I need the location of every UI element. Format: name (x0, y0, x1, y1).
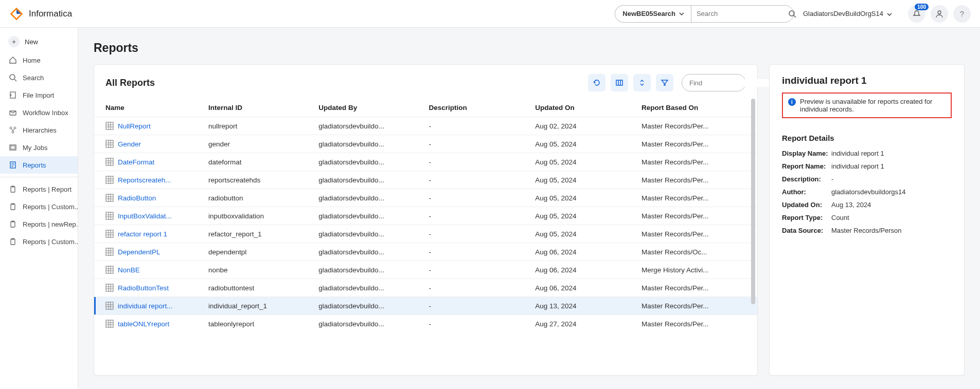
cell-updated-by: gladiatorsdevbuildo... (318, 153, 429, 171)
cell-updated-on: Aug 27, 2024 (535, 315, 642, 333)
table-row[interactable]: DependentPL dependentpl gladiatorsdevbui… (94, 243, 757, 261)
notifications-button[interactable]: 100 (908, 5, 925, 23)
columns-button[interactable] (611, 74, 628, 91)
find-input[interactable] (689, 79, 776, 87)
preview-unavailable-callout: i Preview is unavailable for reports cre… (782, 92, 952, 118)
search-icon[interactable] (788, 10, 803, 18)
plus-icon: + (8, 36, 20, 47)
cell-based-on: Master Records/Per... (642, 207, 748, 225)
search-input[interactable] (691, 10, 788, 17)
table-row[interactable]: RadioButtonTest radiobuttontest gladiato… (94, 279, 757, 297)
sidebar-item-reports[interactable]: Reports (0, 156, 78, 174)
cell-description: - (429, 315, 536, 333)
chevron-down-icon (678, 10, 686, 18)
report-name-link[interactable]: NonBE (118, 266, 140, 274)
sidebar-subitem[interactable]: Reports | Custom... (0, 233, 78, 250)
report-name-link[interactable]: tableONLYreport (118, 320, 169, 328)
cell-updated-on: Aug 06, 2024 (535, 243, 642, 261)
search-scope-label: NewBE05Search (622, 10, 675, 17)
reports-table: NameInternal IDUpdated ByDescriptionUpda… (94, 99, 757, 332)
sidebar-item-my-jobs[interactable]: My Jobs (0, 139, 78, 156)
cell-based-on: Master Records/Per... (642, 297, 748, 315)
cell-updated-by: gladiatorsdevbuildo... (318, 117, 429, 135)
detail-field-value: individual report 1 (831, 162, 952, 170)
table-row[interactable]: refactor report 1 refactor_report_1 glad… (94, 225, 757, 243)
report-name-link[interactable]: NullReport (118, 122, 151, 130)
column-header[interactable]: Updated By (318, 99, 429, 117)
bell-icon (913, 10, 921, 18)
help-button[interactable]: ? (953, 5, 971, 23)
table-row[interactable]: InputBoxValidat... inputboxvalidation gl… (94, 207, 757, 225)
table-row[interactable]: NonBE nonbe gladiatorsdevbuildo... - Aug… (94, 261, 757, 279)
report-name-link[interactable]: InputBoxValidat... (118, 212, 172, 220)
report-name-link[interactable]: Reportscreateh... (118, 176, 171, 184)
brand-name: Informatica (29, 9, 72, 19)
detail-field-value: Count (831, 214, 952, 221)
detail-field-label: Updated On: (782, 201, 828, 209)
column-header[interactable]: Description (429, 99, 536, 117)
report-name-link[interactable]: individual report... (118, 302, 173, 310)
cell-internal-id: dateformat (208, 153, 318, 171)
panel-title: All Reports (105, 78, 155, 88)
user-button[interactable] (931, 5, 948, 23)
report-name-link[interactable]: Gender (118, 140, 141, 148)
hierarchy-icon (8, 125, 17, 135)
sidebar-subitem[interactable]: Reports | Custom... (0, 198, 78, 215)
report-name-link[interactable]: refactor report 1 (118, 230, 167, 238)
cell-internal-id: reportscreatehds (208, 171, 318, 189)
table-row[interactable]: RadioButton radiobutton gladiatorsdevbui… (94, 189, 757, 207)
table-row[interactable]: Reportscreateh... reportscreatehds gladi… (94, 171, 757, 189)
cell-internal-id: radiobutton (208, 189, 318, 207)
scrollbar-thumb[interactable] (751, 99, 755, 304)
notification-badge: 100 (915, 4, 929, 10)
cell-description: - (429, 279, 536, 297)
sidebar-item-file-import[interactable]: File Import (0, 86, 78, 104)
table-row[interactable]: DateFormat dateformat gladiatorsdevbuild… (94, 153, 757, 171)
cell-updated-by: gladiatorsdevbuildo... (318, 189, 429, 207)
detail-field-label: Author: (782, 188, 828, 196)
grid-icon (105, 194, 114, 202)
column-header[interactable]: Internal ID (208, 99, 318, 117)
report-name-link[interactable]: DependentPL (118, 248, 161, 256)
table-row[interactable]: tableONLYreport tableonlyreport gladiato… (94, 315, 757, 333)
grid-icon (105, 158, 114, 166)
grid-icon (105, 320, 114, 328)
sidebar-item-hierarchies[interactable]: Hierarchies (0, 121, 78, 139)
inbox-icon (8, 108, 17, 117)
sidebar-new-button[interactable]: + New (0, 32, 78, 51)
table-row[interactable]: individual report... individual_report_1… (94, 297, 757, 315)
refresh-button[interactable] (588, 74, 605, 91)
sidebar-item-home[interactable]: Home (0, 51, 78, 69)
sidebar-subitem[interactable]: Reports | Report (0, 180, 78, 198)
cell-based-on: Master Records/Per... (642, 171, 748, 189)
sidebar-subitem[interactable]: Reports | newRep... (0, 215, 78, 233)
sidebar-item-label: Reports (23, 161, 46, 169)
table-row[interactable]: Gender gender gladiatorsdevbuildo... - A… (94, 135, 757, 153)
detail-field-label: Display Name: (782, 150, 828, 157)
table-row[interactable]: NullReport nullreport gladiatorsdevbuild… (94, 117, 757, 135)
report-name-link[interactable]: RadioButtonTest (118, 284, 169, 292)
filter-button[interactable] (656, 74, 673, 91)
cell-description: - (429, 243, 536, 261)
detail-fields: Display Name:individual report 1Report N… (782, 150, 952, 234)
detail-field-label: Report Type: (782, 214, 828, 221)
search-scope-dropdown[interactable]: NewBE05Search (615, 5, 691, 23)
column-header[interactable]: Updated On (535, 99, 642, 117)
sidebar-item-workflow-inbox[interactable]: Workflow Inbox (0, 104, 78, 121)
table-wrap: NameInternal IDUpdated ByDescriptionUpda… (94, 99, 757, 375)
grid-icon (105, 212, 114, 220)
cell-description: - (429, 261, 536, 279)
org-switcher[interactable]: GladiatorsDevBuildOrgS14 (803, 10, 893, 17)
report-name-link[interactable]: RadioButton (118, 194, 156, 202)
cell-based-on: Master Records/Per... (642, 189, 748, 207)
sidebar-item-search[interactable]: Search (0, 69, 78, 86)
grid-icon (105, 248, 114, 256)
detail-field-value: - (831, 175, 952, 183)
sort-button[interactable] (633, 74, 651, 91)
report-name-link[interactable]: DateFormat (118, 158, 154, 166)
scrollbar[interactable] (751, 99, 755, 373)
column-header[interactable]: Report Based On (642, 99, 748, 117)
column-header[interactable]: Name (94, 99, 208, 117)
search-icon (8, 73, 17, 82)
grid-icon (105, 266, 114, 274)
